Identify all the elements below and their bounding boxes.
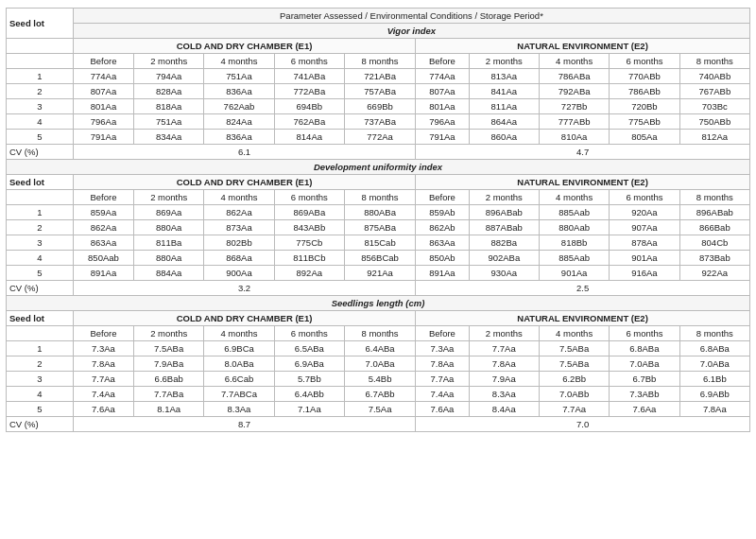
e1-cell: 862Aa [73, 220, 133, 235]
table-row: 3863Aa811Ba802Bb775Cb815Cab863Aa882Ba818… [7, 235, 750, 251]
main-title: Parameter Assessed / Environmental Condi… [73, 9, 749, 24]
e1-cell: 7.5ABa [134, 341, 204, 356]
e1-cell: 863Aa [73, 235, 133, 251]
table-row: 4850Aab880Aa868Aa811BCb856BCab850Ab902AB… [7, 251, 750, 266]
e1-cell: 7.4Aa [73, 387, 133, 402]
e2-cell: 902ABa [469, 251, 539, 266]
e1-cell: 880ABa [344, 205, 415, 220]
e1-header-dui: COLD AND DRY CHAMBER (E1) [73, 175, 415, 190]
e2-cell: 885Aab [539, 251, 609, 266]
seed-lot-value: 1 [7, 69, 74, 84]
e2-header-vigor: NATURAL ENVIRONMENT (E2) [416, 39, 750, 54]
e2-cell: 891Aa [416, 266, 469, 281]
e2-cell: 6.2Bb [539, 372, 609, 387]
seed-lot-label-sl: Seed lot [7, 311, 74, 326]
e1-cell: 757ABa [344, 84, 415, 99]
e1-cell: 5.4Bb [344, 372, 415, 387]
cv-e1-value: 6.1 [73, 145, 415, 160]
table-row: 17.3Aa7.5ABa6.9BCa6.5ABa6.4ABa7.3Aa7.7Aa… [7, 341, 750, 356]
e2-cell: 8.3Aa [469, 387, 539, 402]
e2-cell: 864Aa [469, 114, 539, 130]
sl-e1-6m: 6 months [274, 326, 344, 341]
e1-cell: 5.7Bb [274, 372, 344, 387]
cv-label: CV (%) [7, 145, 74, 160]
e2-cell: 740ABb [679, 69, 749, 84]
e2-col-8m-vigor: 8 months [679, 54, 749, 69]
cv-e1-value: 3.2 [73, 281, 415, 296]
e1-cell: 8.0ABa [204, 356, 274, 372]
e2-cell: 882Ba [469, 235, 539, 251]
e2-header-dui: NATURAL ENVIRONMENT (E2) [416, 175, 750, 190]
e2-cell: 807Aa [416, 84, 469, 99]
e2-cell: 786ABb [610, 84, 679, 99]
e2-cell: 7.0ABa [610, 356, 679, 372]
e2-cell: 6.1Bb [679, 372, 749, 387]
e1-cell: 8.1Aa [134, 402, 204, 417]
table-row: 47.4Aa7.7ABa7.7ABCa6.4ABb6.7ABb7.4Aa8.3A… [7, 387, 750, 402]
e1-cell: 6.7ABb [344, 387, 415, 402]
e2-cell: 7.8Aa [416, 356, 469, 372]
e2-cell: 727Bb [539, 99, 609, 114]
e2-cell: 775ABb [610, 114, 679, 130]
e1-cell: 880Aa [134, 251, 204, 266]
dui-section-title: Development uniformity index [7, 160, 750, 175]
e1-cell: 737ABa [344, 114, 415, 130]
e2-cell: 6.8ABa [679, 341, 749, 356]
e1-cell: 891Aa [73, 266, 133, 281]
e1-cell: 774Aa [73, 69, 133, 84]
e2-cell: 896ABab [469, 205, 539, 220]
main-table: Seed lot Parameter Assessed / Environmen… [6, 8, 750, 432]
table-row: 4796Aa751Aa824Aa762ABa737ABa796Aa864Aa77… [7, 114, 750, 130]
cv-label: CV (%) [7, 417, 74, 432]
seed-lot-label-dui: Seed lot [7, 175, 74, 190]
e1-cell: 7.9ABa [134, 356, 204, 372]
e1-cell: 7.7ABa [134, 387, 204, 402]
e2-cell: 930Aa [469, 266, 539, 281]
e2-cell: 887ABab [469, 220, 539, 235]
e2-cell: 805Aa [610, 130, 679, 145]
dui-e2-4m: 4 months [539, 190, 609, 205]
e1-cell: 7.7ABCa [204, 387, 274, 402]
e2-cell: 8.4Aa [469, 402, 539, 417]
sl-e2-before: Before [416, 326, 469, 341]
e2-cell: 7.6Aa [416, 402, 469, 417]
e1-cell: 850Aab [73, 251, 133, 266]
e1-cell: 762ABa [274, 114, 344, 130]
e2-cell: 866Bab [679, 220, 749, 235]
seed-lot-value: 5 [7, 130, 74, 145]
e1-cell: 875ABa [344, 220, 415, 235]
seed-lot-value: 1 [7, 205, 74, 220]
seed-lot-value: 3 [7, 372, 74, 387]
e2-cell: 7.7Aa [416, 372, 469, 387]
e2-cell: 916Aa [610, 266, 679, 281]
dui-e1-4m: 4 months [204, 190, 274, 205]
e2-cell: 907Aa [610, 220, 679, 235]
cv-e2-value: 2.5 [416, 281, 750, 296]
e1-cell: 7.1Aa [274, 402, 344, 417]
e2-col-2m-vigor: 2 months [469, 54, 539, 69]
e2-cell: 810Aa [539, 130, 609, 145]
seed-lot-value: 2 [7, 84, 74, 99]
cv-row: CV (%)8.77.0 [7, 417, 750, 432]
e1-cell: 814Aa [274, 130, 344, 145]
e1-cell: 856BCab [344, 251, 415, 266]
e2-cell: 804Cb [679, 235, 749, 251]
e1-cell: 862Aa [204, 205, 274, 220]
seed-lot-value: 4 [7, 114, 74, 130]
e2-cell: 859Ab [416, 205, 469, 220]
table-row: 57.6Aa8.1Aa8.3Aa7.1Aa7.5Aa7.6Aa8.4Aa7.7A… [7, 402, 750, 417]
cv-row: CV (%)6.14.7 [7, 145, 750, 160]
e1-cell: 873Aa [204, 220, 274, 235]
e1-header-sl: COLD AND DRY CHAMBER (E1) [73, 311, 415, 326]
e1-cell: 6.4ABb [274, 387, 344, 402]
e1-header-vigor: COLD AND DRY CHAMBER (E1) [73, 39, 415, 54]
e2-cell: 792ABa [539, 84, 609, 99]
table-row: 1859Aa869Aa862Aa869ABa880ABa859Ab896ABab… [7, 205, 750, 220]
e2-cell: 767ABb [679, 84, 749, 99]
e1-cell: 811Ba [134, 235, 204, 251]
e1-cell: 694Bb [274, 99, 344, 114]
e1-cell: 921Aa [344, 266, 415, 281]
e2-cell: 7.3ABb [610, 387, 679, 402]
e1-cell: 751Aa [134, 114, 204, 130]
e2-cell: 873Bab [679, 251, 749, 266]
